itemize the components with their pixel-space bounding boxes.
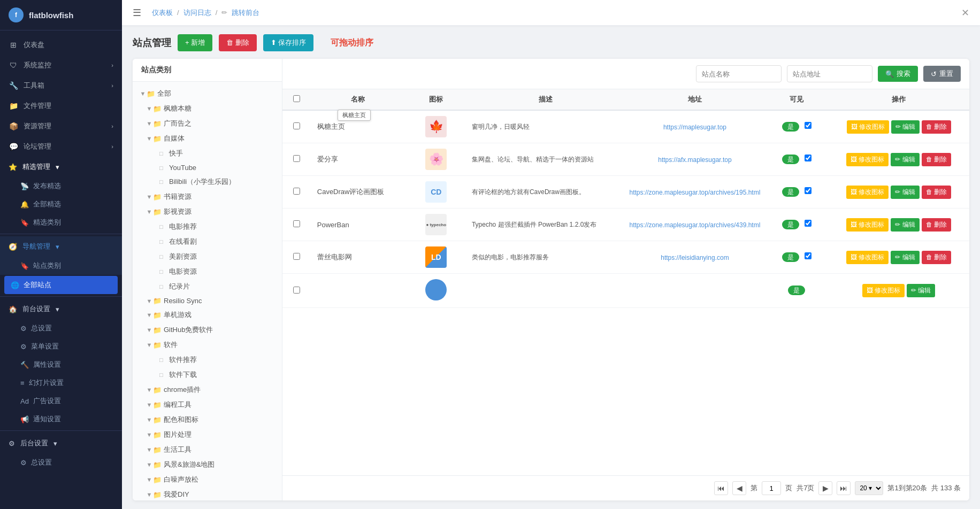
sidebar-item-ad-settings[interactable]: Ad 广告设置 bbox=[0, 392, 122, 410]
visible-checkbox[interactable] bbox=[805, 220, 811, 227]
tree-node-bilibili[interactable]: □ Bilibili（小学生乐园） bbox=[133, 174, 282, 189]
edit-button[interactable]: ✏ 编辑 bbox=[907, 284, 935, 297]
tree-node-software[interactable]: ▼ 📁 软件 bbox=[133, 337, 282, 352]
first-page-button[interactable]: ⏮ bbox=[714, 481, 728, 495]
edit-button[interactable]: ✏ 编辑 bbox=[891, 120, 920, 134]
sidebar-item-all-featured[interactable]: 🔔 全部精选 bbox=[0, 195, 122, 213]
row-checkbox[interactable] bbox=[293, 253, 300, 260]
sidebar-item-dashboard[interactable]: ⊞ 仪表盘 bbox=[0, 35, 122, 55]
edit-icon-button[interactable]: 🖼 修改图标 bbox=[847, 120, 889, 134]
tree-node-label: chrome插件 bbox=[164, 385, 201, 395]
sidebar-item-attr-settings[interactable]: 🔨 属性设置 bbox=[0, 356, 122, 374]
search-url-input[interactable] bbox=[787, 65, 872, 82]
row-checkbox[interactable] bbox=[293, 122, 300, 129]
tree-node-color[interactable]: ▼ 📁 配色和图标 bbox=[133, 412, 282, 427]
sidebar-item-featured-category[interactable]: 🔖 精选类别 bbox=[0, 213, 122, 232]
tree-node-movies[interactable]: ▼ 📁 影视资源 bbox=[133, 204, 282, 219]
sidebar-item-general-settings-2[interactable]: ⚙ 总设置 bbox=[0, 453, 122, 472]
tree-node-sw-dl[interactable]: □ 软件下载 bbox=[133, 367, 282, 382]
edit-button[interactable]: ✏ 编辑 bbox=[891, 218, 919, 232]
delete-button[interactable]: 🗑 删除 bbox=[922, 218, 951, 232]
sidebar-item-notify-settings[interactable]: 📢 通知设置 bbox=[0, 410, 122, 428]
tree-node-kuaishou[interactable]: □ 快手 bbox=[133, 146, 282, 161]
delete-button[interactable]: 🗑 删除 bbox=[219, 34, 257, 51]
sidebar-item-slide-settings[interactable]: ≡ 幻灯片设置 bbox=[0, 374, 122, 392]
edit-icon-button[interactable]: 🖼 修改图标 bbox=[846, 153, 889, 166]
sidebar-item-featured[interactable]: ⭐ 精选管理 ▾ bbox=[0, 157, 122, 177]
tree-node-zimeiti[interactable]: ▼ 📁 自媒体 bbox=[133, 131, 282, 146]
tree-node-us-drama[interactable]: □ 美剧资源 bbox=[133, 249, 282, 264]
sidebar-item-all-sites[interactable]: 🌐 全部站点 bbox=[4, 276, 118, 294]
tree-node-chrome[interactable]: ▼ 📁 chrome插件 bbox=[133, 382, 282, 397]
page-number-input[interactable] bbox=[762, 481, 781, 495]
tree-node-resilio[interactable]: ▼ 📁 Resilio Sync bbox=[133, 294, 282, 307]
tree-node-all[interactable]: ▼ 📁 全部 bbox=[133, 86, 282, 101]
folder-icon: 📁 bbox=[153, 386, 162, 394]
visible-checkbox[interactable] bbox=[805, 155, 811, 161]
close-button[interactable]: ✕ bbox=[961, 7, 969, 19]
sidebar-item-files[interactable]: 📁 文件管理 bbox=[0, 96, 122, 116]
edit-icon-button[interactable]: 🖼 修改图标 bbox=[846, 251, 889, 264]
tree-node-movie-res[interactable]: □ 电影资源 bbox=[133, 264, 282, 279]
tree-node-online-drama[interactable]: □ 在线看剧 bbox=[133, 234, 282, 249]
sidebar-item-monitor[interactable]: 🛡 系统监控 › bbox=[0, 55, 122, 75]
tree-node-games[interactable]: ▼ 📁 单机游戏 bbox=[133, 307, 282, 322]
sidebar-item-site-category[interactable]: 🔖 站点类别 bbox=[0, 257, 122, 275]
sidebar-item-general-settings[interactable]: ⚙ 总设置 bbox=[0, 319, 122, 337]
delete-button[interactable]: 🗑 删除 bbox=[922, 153, 951, 166]
row-checkbox[interactable] bbox=[293, 287, 300, 294]
delete-button[interactable]: 🗑 删除 bbox=[922, 120, 951, 134]
delete-button[interactable]: 🗑 删除 bbox=[922, 186, 951, 199]
tree-node-github[interactable]: ▼ 📁 GitHub免费软件 bbox=[133, 322, 282, 337]
edit-icon-button[interactable]: 🖼 修改图标 bbox=[862, 284, 905, 297]
sidebar-item-menu-settings[interactable]: ⚙ 菜单设置 bbox=[0, 337, 122, 356]
tree-node-life[interactable]: ▼ 📁 生活工具 bbox=[133, 442, 282, 457]
sidebar-item-nav-manage[interactable]: 🧭 导航管理 ▾ bbox=[0, 236, 122, 257]
edit-button[interactable]: ✏ 编辑 bbox=[891, 251, 919, 264]
breadcrumb-dashboard[interactable]: 仪表板 bbox=[152, 8, 173, 18]
sidebar-item-toolbox[interactable]: 🔧 工具箱 › bbox=[0, 75, 122, 96]
tree-node-docu[interactable]: □ 纪录片 bbox=[133, 279, 282, 294]
breadcrumb-frontend[interactable]: 跳转前台 bbox=[232, 8, 259, 18]
row-checkbox[interactable] bbox=[293, 155, 300, 162]
tree-node-coding[interactable]: ▼ 📁 编程工具 bbox=[133, 397, 282, 412]
tree-node-books[interactable]: ▼ 📁 书籍资源 bbox=[133, 189, 282, 204]
row-checkbox[interactable] bbox=[293, 220, 300, 227]
page-size-select[interactable]: 20 ▾ 50 100 bbox=[855, 481, 883, 495]
sidebar-item-forum[interactable]: 💬 论坛管理 › bbox=[0, 136, 122, 157]
select-all-checkbox[interactable] bbox=[293, 95, 300, 102]
edit-button[interactable]: ✏ 编辑 bbox=[891, 153, 919, 166]
tree-node-whitenoise[interactable]: ▼ 📁 白噪声放松 bbox=[133, 472, 282, 487]
last-page-button[interactable]: ⏭ bbox=[837, 481, 851, 495]
tree-node-youtube[interactable]: □ YouTube bbox=[133, 161, 282, 174]
next-page-button[interactable]: ▶ bbox=[818, 481, 832, 495]
search-name-input[interactable] bbox=[696, 65, 782, 82]
sidebar-item-frontend[interactable]: 🏠 前台设置 ▾ bbox=[0, 299, 122, 319]
save-sort-button[interactable]: ⬆ 保存排序 bbox=[263, 34, 314, 51]
menu-toggle-icon[interactable]: ☰ bbox=[133, 7, 141, 19]
search-button[interactable]: 🔍 搜索 bbox=[878, 66, 918, 82]
visible-checkbox[interactable] bbox=[805, 187, 811, 194]
tree-node-fengtan[interactable]: ▼ 📁 枫糖本糖 bbox=[133, 101, 282, 116]
sidebar-item-publish-featured[interactable]: 📡 发布精选 bbox=[0, 177, 122, 195]
tree-node-diy[interactable]: ▼ 📁 我爱DIY bbox=[133, 487, 282, 500]
breadcrumb-access-log[interactable]: 访问日志 bbox=[183, 8, 211, 18]
tree-node-movie-rec[interactable]: □ 电影推荐 bbox=[133, 219, 282, 234]
reset-button[interactable]: ↺ 重置 bbox=[923, 66, 961, 82]
tree-node-ads[interactable]: ▼ 📁 广而告之 bbox=[133, 116, 282, 131]
tree-node-image[interactable]: ▼ 📁 图片处理 bbox=[133, 427, 282, 442]
visible-checkbox[interactable] bbox=[805, 252, 811, 259]
row-checkbox[interactable] bbox=[293, 188, 300, 195]
tree-node-label: 在线看剧 bbox=[169, 237, 197, 246]
sidebar-item-backend[interactable]: ⚙ 后台设置 ▾ bbox=[0, 433, 122, 453]
tree-node-travel[interactable]: ▼ 📁 风景&旅游&地图 bbox=[133, 457, 282, 472]
visible-checkbox[interactable] bbox=[805, 122, 811, 129]
sidebar-item-resources[interactable]: 📦 资源管理 › bbox=[0, 116, 122, 136]
add-button[interactable]: + 新增 bbox=[178, 34, 212, 51]
prev-page-button[interactable]: ◀ bbox=[732, 481, 746, 495]
delete-button[interactable]: 🗑 删除 bbox=[922, 251, 951, 264]
edit-icon-button[interactable]: 🖼 修改图标 bbox=[846, 186, 889, 199]
edit-icon-button[interactable]: 🖼 修改图标 bbox=[846, 218, 889, 232]
edit-button[interactable]: ✏ 编辑 bbox=[891, 186, 919, 199]
tree-node-sw-rec[interactable]: □ 软件推荐 bbox=[133, 352, 282, 367]
